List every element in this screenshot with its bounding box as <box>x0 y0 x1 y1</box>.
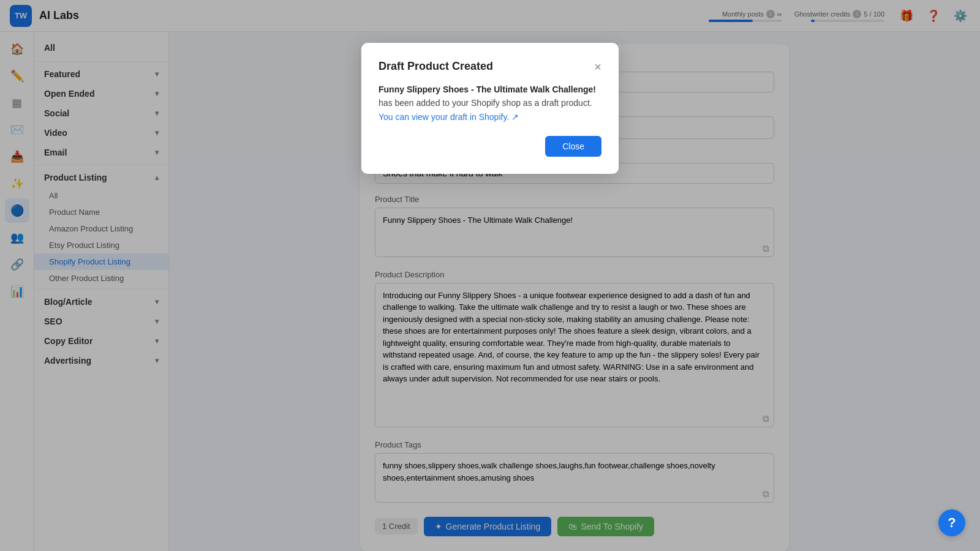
modal-title: Draft Product Created <box>379 60 493 73</box>
draft-product-modal: Draft Product Created × Funny Slippery S… <box>361 43 619 174</box>
modal-overlay: Draft Product Created × Funny Slippery S… <box>0 0 980 551</box>
modal-body-text1: has been added to your Shopify shop as a… <box>379 98 592 108</box>
help-bubble-button[interactable]: ? <box>938 509 965 536</box>
modal-link-text: You can view your draft in Shopify. <box>379 112 509 122</box>
modal-close-button[interactable]: × <box>594 61 601 73</box>
modal-body: Funny Slippery Shoes - The Ultimate Walk… <box>379 83 601 124</box>
modal-footer: Close <box>379 136 601 157</box>
modal-header: Draft Product Created × <box>379 60 601 73</box>
modal-shopify-link[interactable]: You can view your draft in Shopify. ↗ <box>379 112 519 122</box>
modal-product-name: Funny Slippery Shoes - The Ultimate Walk… <box>379 84 596 94</box>
modal-close-action-button[interactable]: Close <box>545 136 601 157</box>
